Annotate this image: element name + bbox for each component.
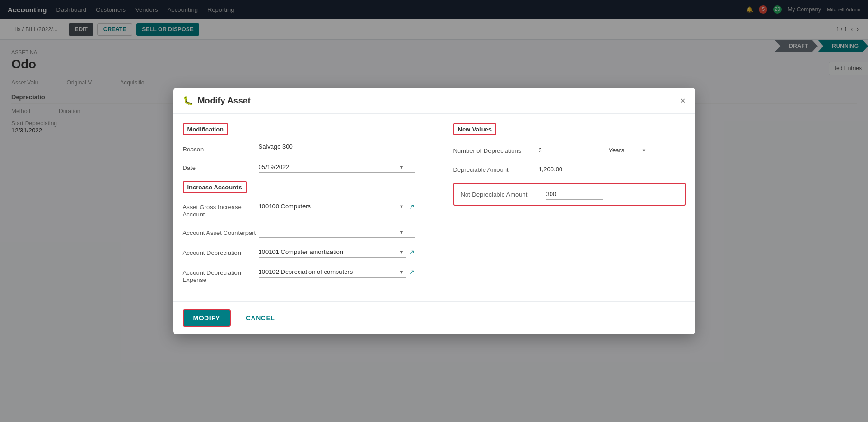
modal-overlay: 🐛 Modify Asset × Modification Reason Sal… [0, 0, 868, 422]
reason-value: Salvage 300 [259, 143, 415, 152]
reason-label: Reason [183, 143, 259, 153]
modal-header: 🐛 Modify Asset × [173, 88, 695, 114]
number-depreciations-row: Number of Depreciations Years Months Day… [453, 145, 686, 156]
not-depreciable-label: Not Depreciable Amount [461, 191, 546, 198]
account-depreciation-expense-select[interactable]: 100102 Depreciation of computers [259, 266, 406, 278]
modal-right-column: New Values Number of Depreciations Years… [434, 123, 686, 292]
years-select-wrap: Years Months Days ▼ [609, 145, 647, 156]
date-input[interactable] [259, 161, 415, 173]
account-depreciation-row: Account Depreciation 100101 Computer amo… [183, 246, 415, 258]
modify-asset-modal: 🐛 Modify Asset × Modification Reason Sal… [173, 88, 695, 334]
modal-title: Modify Asset [198, 96, 676, 106]
modification-section-label: Modification [183, 123, 229, 135]
modal-close-button[interactable]: × [681, 96, 686, 105]
depreciable-amount-label: Depreciable Amount [453, 166, 539, 173]
increase-accounts-section: Increase Accounts [183, 181, 415, 201]
account-counterpart-label: Account Asset Counterpart [183, 226, 259, 236]
reason-row: Reason Salvage 300 [183, 143, 415, 153]
date-row: Date ▼ [183, 161, 415, 173]
asset-gross-label: Asset Gross Increase Account [183, 201, 259, 218]
account-depreciation-expense-row: Account Depreciation Expense 100102 Depr… [183, 266, 415, 283]
number-depreciations-input[interactable] [539, 145, 605, 156]
asset-gross-external-link[interactable]: ↗ [409, 203, 415, 210]
new-values-section-label: New Values [453, 123, 497, 135]
account-depreciation-label: Account Depreciation [183, 246, 259, 256]
account-depreciation-external-link[interactable]: ↗ [409, 248, 415, 256]
modal-footer: MODIFY CANCEL [173, 301, 695, 334]
not-depreciable-amount-row: Not Depreciable Amount [453, 183, 686, 206]
asset-gross-row: Asset Gross Increase Account 100100 Comp… [183, 201, 415, 218]
depreciable-amount-row: Depreciable Amount [453, 164, 686, 175]
cancel-button[interactable]: CANCEL [236, 310, 284, 326]
years-select[interactable]: Years Months Days [609, 145, 647, 156]
asset-gross-select-wrap: 100100 Computers ▼ ↗ [259, 201, 415, 212]
depreciable-amount-input[interactable] [539, 164, 605, 175]
account-depreciation-expense-external-link[interactable]: ↗ [409, 268, 415, 276]
not-depreciable-input[interactable] [546, 188, 603, 200]
date-select-wrap: ▼ [259, 161, 415, 173]
account-depreciation-select[interactable]: 100101 Computer amortization [259, 246, 406, 258]
account-depreciation-select-wrap: 100101 Computer amortization ▼ ↗ [259, 246, 415, 258]
number-depreciations-label: Number of Depreciations [453, 147, 539, 154]
modal-title-icon: 🐛 [183, 95, 193, 106]
asset-gross-select[interactable]: 100100 Computers [259, 201, 406, 212]
account-counterpart-select[interactable] [259, 226, 415, 238]
account-depreciation-expense-select-wrap: 100102 Depreciation of computers ▼ ↗ [259, 266, 415, 278]
number-depreciations-value: Years Months Days ▼ [539, 145, 686, 156]
modal-body: Modification Reason Salvage 300 Date ▼ [173, 114, 695, 301]
date-label: Date [183, 161, 259, 171]
not-depreciable-value [546, 188, 678, 200]
account-counterpart-select-wrap: ▼ [259, 226, 415, 238]
increase-accounts-label: Increase Accounts [183, 181, 247, 193]
modify-button[interactable]: MODIFY [183, 309, 231, 327]
modal-left-column: Modification Reason Salvage 300 Date ▼ [183, 123, 434, 292]
account-depreciation-expense-label: Account Depreciation Expense [183, 266, 259, 283]
reason-text: Salvage 300 [259, 143, 415, 152]
account-counterpart-row: Account Asset Counterpart ▼ [183, 226, 415, 238]
depreciable-amount-value [539, 164, 686, 175]
